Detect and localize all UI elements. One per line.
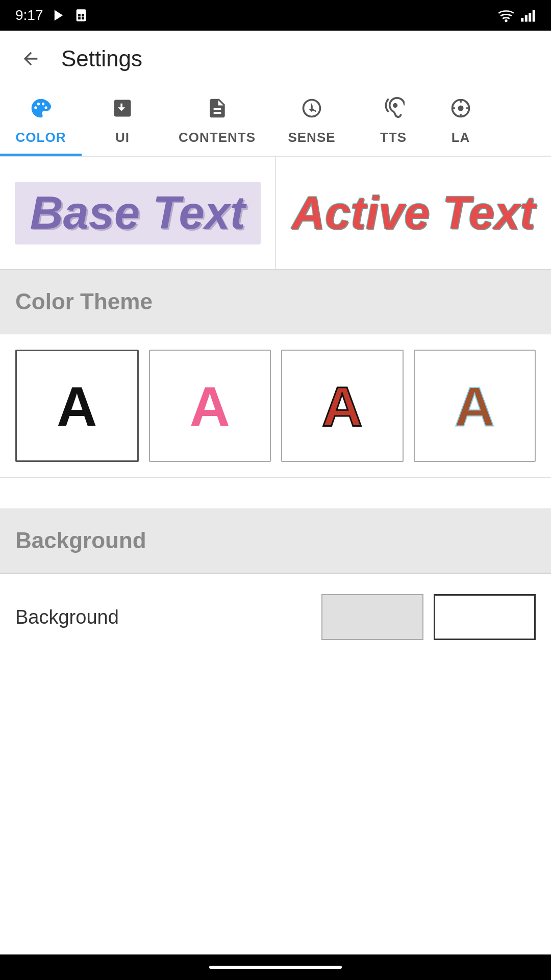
svg-rect-5: [82, 17, 84, 20]
tab-tts-label: TTS: [380, 130, 407, 145]
document-icon: [206, 97, 229, 125]
tab-ui[interactable]: UI: [82, 87, 163, 156]
preview-row: Base Text Active Text: [0, 157, 551, 270]
active-text-preview: Active Text: [292, 187, 535, 239]
signal-icon: [520, 8, 536, 22]
theme-option-brown-outline[interactable]: A: [414, 350, 536, 462]
theme-A-pink-label: A: [190, 374, 230, 438]
background-section: Background Background: [0, 508, 551, 660]
background-row-label: Background: [15, 606, 311, 628]
status-bar-right: [498, 8, 536, 22]
status-bar-left: 9:17: [15, 7, 88, 23]
wifi-icon: [498, 8, 514, 22]
hearing-icon: [382, 97, 405, 125]
tab-ui-label: UI: [115, 130, 130, 145]
tab-sense[interactable]: SENSE: [271, 87, 353, 156]
svg-point-6: [505, 19, 507, 22]
status-time: 9:17: [15, 7, 43, 23]
home-indicator: [209, 966, 342, 969]
theme-A-brown-outline-label: A: [455, 374, 495, 438]
base-text-preview: Base Text: [15, 182, 261, 244]
svg-rect-1: [76, 9, 86, 21]
tab-tts[interactable]: TTS: [353, 87, 434, 156]
theme-option-default[interactable]: A: [15, 350, 139, 462]
tab-la[interactable]: LA: [434, 87, 487, 156]
clock-download-icon: [300, 97, 323, 125]
svg-point-12: [458, 106, 464, 111]
theme-A-default-label: A: [57, 374, 97, 438]
tab-contents[interactable]: CONTENTS: [163, 87, 271, 156]
background-header: Background: [0, 508, 551, 573]
la-icon: [449, 97, 472, 125]
page-title: Settings: [61, 46, 142, 71]
svg-rect-9: [529, 13, 531, 22]
play-icon: [52, 8, 66, 22]
base-text-preview-cell[interactable]: Base Text: [0, 157, 276, 269]
download-box-icon: [111, 97, 134, 125]
svg-marker-0: [54, 10, 62, 21]
color-theme-header: Color Theme: [0, 270, 551, 334]
tab-contents-label: CONTENTS: [179, 130, 256, 145]
tabs-container: COLOR UI CONTENTS SENSE: [0, 87, 551, 157]
background-options: [321, 594, 536, 640]
tab-la-label: LA: [452, 130, 470, 145]
color-theme-title: Color Theme: [15, 289, 153, 314]
bottom-nav: [0, 954, 551, 980]
sim-icon: [74, 8, 88, 22]
svg-rect-2: [78, 14, 81, 17]
tab-sense-label: SENSE: [288, 130, 335, 145]
svg-rect-3: [82, 14, 84, 17]
background-row: Background: [0, 573, 551, 660]
theme-options: A A A A: [0, 334, 551, 478]
bg-option-2[interactable]: [434, 594, 536, 640]
svg-rect-4: [78, 17, 81, 20]
tab-color[interactable]: COLOR: [0, 87, 82, 156]
background-title: Background: [15, 528, 146, 553]
spacer-1: [0, 478, 551, 508]
svg-rect-10: [533, 10, 535, 22]
app-bar: Settings: [0, 31, 551, 87]
active-text-preview-cell[interactable]: Active Text: [276, 157, 552, 269]
svg-rect-7: [521, 18, 523, 22]
back-button[interactable]: [15, 43, 46, 74]
palette-icon: [30, 97, 52, 125]
status-bar: 9:17: [0, 0, 551, 31]
tab-color-label: COLOR: [16, 130, 66, 145]
theme-option-pink[interactable]: A: [149, 350, 271, 462]
theme-A-red-outline-label: A: [322, 374, 362, 438]
theme-option-red-outline[interactable]: A: [281, 350, 404, 462]
bg-option-1[interactable]: [321, 594, 423, 640]
svg-rect-8: [525, 15, 528, 22]
